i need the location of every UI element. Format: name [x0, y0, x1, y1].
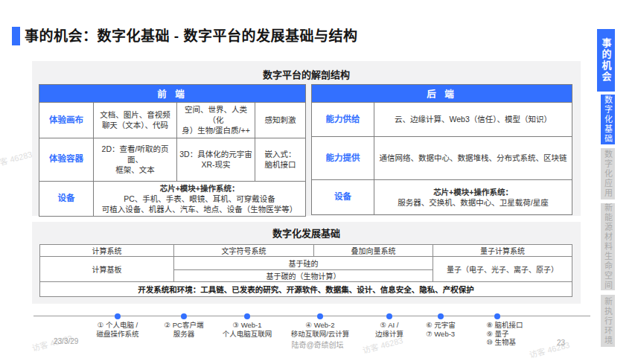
timeline-dot [317, 313, 323, 319]
table-row: 能力提供 通信网络、数据中心、数据堆栈、分布式系统、区块链 [312, 137, 572, 180]
page-title: 事的机会：数字化基础 - 数字平台的发展基础与结构 [25, 25, 357, 45]
watermark: 访客 46283 [0, 147, 33, 170]
timeline-label: ⑨ 量子 [486, 330, 523, 339]
table-cell: 基于碳的（生物计算） [174, 270, 433, 282]
cell-text: PC、手机、手表、眼镜、耳机、可穿戴设备 可植入设备、机器人、汽车、地点、设备（… [96, 194, 303, 214]
table-cell: 芯片+模块+操作系统： PC、手机、手表、眼镜、耳机、可穿戴设备 可植入设备、机… [94, 181, 306, 217]
sidebar-tab-new-energy-materials[interactable]: 新能源材料生命空间 [601, 203, 615, 290]
frontend-header-row: 前 端 [39, 85, 306, 103]
table-cell: 2D：查看/听取的页面、 框架、文本 [94, 138, 177, 181]
timeline-label: ⑥ 元宇宙 [426, 321, 456, 330]
dev-env-cell: 开发系统和环境：工具链、已发表的研究、开源软件、数据集、设计、信息安全、隐私、产… [40, 282, 572, 297]
sidebar-tab-digital-applications[interactable]: 数字化应用 [601, 148, 615, 199]
anatomy-section: 数字平台的解剖结构 前 端 体验画布 文档、图片、音视频 聊天（文本）、代码 空… [32, 61, 581, 216]
table-row: 设备 芯片+模块+操作系统： PC、手机、手表、眼镜、耳机、可穿戴设备 可植入设… [39, 181, 306, 217]
footer-page-number: 23 [557, 339, 565, 347]
slide: 事的机会：数字化基础 - 数字平台的发展基础与结构 访客 46283 访客 46… [0, 0, 635, 364]
table-cell: 叠加向量系统 [314, 245, 433, 257]
table-row: 计算基板 基于硅的 量子（电子、光子、离子、原子） [40, 257, 572, 270]
cell-bold-line: 芯片+模块+操作系统： [377, 187, 569, 197]
footer-author: 陆奇@奇绩创坛 [0, 339, 635, 350]
table-cell: 感知刺激 [255, 103, 306, 138]
timeline-dot [181, 313, 187, 319]
table-row: 体验画布 文档、图片、音视频 聊天（文本）、代码 空间、世界、人类（化 身）生物… [39, 103, 306, 138]
table-cell: 空间、世界、人类（化 身）生物/蛋白质/++ [177, 103, 255, 138]
foundation-section-title: 数字化发展基础 [32, 226, 581, 240]
table-row: 能力供给 云、边缘计算、Web3（信任）、模型（知识） [312, 103, 572, 137]
foundation-table: 计算系统 文字符号系统 叠加向量系统 量子计算系统 计算基板 基于硅的 量子（电… [39, 244, 572, 297]
table-cell: 云、边缘计算、Web3（信任）、模型（知识） [374, 103, 572, 137]
backend-header-row: 后 端 [312, 85, 572, 103]
table-cell: 文字符号系统 [174, 245, 314, 257]
row-label: 能力提供 [312, 137, 374, 180]
sidebar-tab-opportunities[interactable]: 事的机会 [597, 29, 615, 92]
row-label: 设备 [312, 180, 374, 215]
table-cell: 量子（电子、光子、离子、原子） [433, 257, 572, 282]
table-cell: 量子计算系统 [433, 245, 572, 257]
timeline-dot [494, 313, 500, 319]
timeline-dot [244, 313, 250, 319]
cell-bold-line: 芯片+模块+操作系统： [96, 183, 303, 194]
frontend-table: 前 端 体验画布 文档、图片、音视频 聊天（文本）、代码 空间、世界、人类（化 … [39, 84, 306, 217]
cell-text: 服务器、交换机、数据中心、卫星载荷/星座 [377, 197, 569, 208]
sidebar-tab-new-execution-env[interactable]: 新执行环境 [601, 295, 615, 347]
frontend-header: 前 端 [39, 85, 306, 103]
sidebar-tab-digital-foundation[interactable]: 数字化基础 [601, 95, 615, 144]
backend-table: 后 端 能力供给 云、边缘计算、Web3（信任）、模型（知识） 能力提供 通信网… [311, 84, 572, 215]
backend-header: 后 端 [312, 85, 572, 103]
row-label: 能力供给 [312, 103, 374, 137]
table-cell: 计算系统 [40, 245, 174, 257]
timeline-dot [115, 313, 121, 319]
table-cell: 芯片+模块+操作系统： 服务器、交换机、数据中心、卫星载荷/星座 [374, 180, 572, 215]
table-row: 设备 芯片+模块+操作系统： 服务器、交换机、数据中心、卫星载荷/星座 [312, 180, 572, 215]
table-cell: 通信网络、数据中心、数据堆栈、分布式系统、区块链 [374, 137, 572, 180]
table-row: 计算系统 文字符号系统 叠加向量系统 量子计算系统 [40, 245, 572, 257]
row-label: 体验容器 [39, 138, 94, 181]
timeline-label: ⑧ 脑机接口 [486, 321, 523, 330]
table-row: 体验容器 2D：查看/听取的页面、 框架、文本 3D：具体化的元宇宙 XR-现实… [39, 138, 306, 181]
row-label: 设备 [39, 181, 94, 217]
timeline-dot [386, 313, 392, 319]
timeline-dot [438, 313, 444, 319]
row-label: 体验画布 [39, 103, 94, 138]
table-cell: 计算基板 [40, 257, 174, 282]
table-cell: 3D：具体化的元宇宙 XR-现实 [177, 138, 255, 181]
title-accent-bar [12, 27, 20, 45]
table-cell: 嵌入式： 脑机接口 [255, 138, 306, 181]
table-cell: 基于硅的 [174, 257, 433, 270]
anatomy-section-title: 数字平台的解剖结构 [32, 67, 581, 81]
timeline-label: ⑦ Web-3 [426, 330, 456, 339]
foundation-section: 数字化发展基础 计算系统 文字符号系统 叠加向量系统 量子计算系统 计算基板 基… [32, 222, 581, 304]
table-cell: 文档、图片、音视频 聊天（文本）、代码 [94, 103, 177, 138]
table-row: 开发系统和环境：工具链、已发表的研究、开源软件、数据集、设计、信息安全、隐私、产… [40, 282, 572, 297]
